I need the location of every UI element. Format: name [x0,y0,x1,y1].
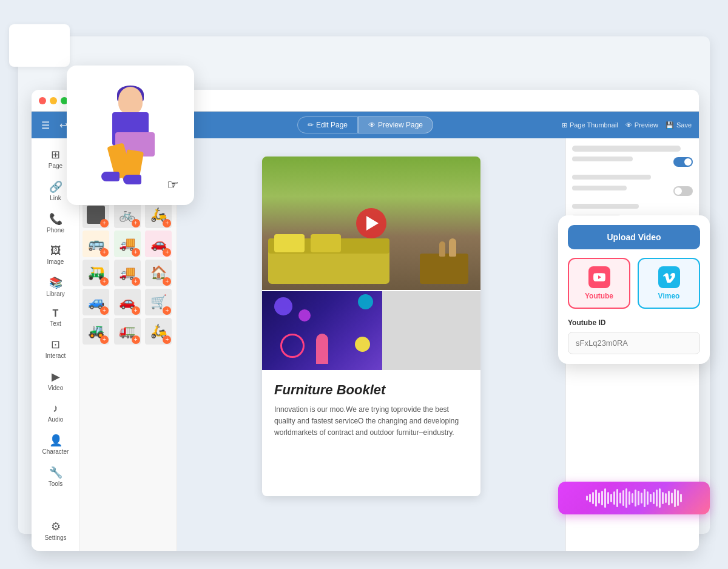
add-asset-btn[interactable]: + [132,306,140,315]
menu-icon[interactable]: ☰ [39,117,52,133]
video-area[interactable] [262,157,480,290]
sidebar-item-video[interactable]: ▶ Video [35,365,76,396]
props-toggle-2[interactable] [673,186,693,196]
secondary-images [262,291,480,370]
traffic-lights [39,97,68,104]
asset-item[interactable]: 🚲 + [114,201,141,228]
asset-item[interactable]: 🛒 + [145,289,172,315]
wave-bar [592,492,594,504]
add-asset-btn[interactable]: + [163,306,171,315]
sidebar-item-tools[interactable]: 🔧 Tools [35,461,76,492]
tools-label: Tools [49,480,62,487]
upload-video-panel: Upload Video Youtube Vimeo Youtube ID [558,215,710,364]
add-asset-btn[interactable]: + [132,248,140,257]
edit-page-tab[interactable]: ✏ Edit Page [297,116,358,133]
asset-item[interactable]: 🚚 + [114,260,141,286]
add-asset-btn[interactable]: + [132,219,140,227]
vimeo-source-button[interactable]: Vimeo [638,258,700,309]
add-asset-btn[interactable]: + [100,219,109,227]
upload-video-button[interactable]: Upload Video [568,225,700,249]
wave-bar [638,491,639,505]
page-thumbnail-label: Page Thumbnail [570,121,618,129]
wave-bar [598,493,600,503]
asset-item[interactable]: 🚗 + [145,231,172,257]
add-asset-btn[interactable]: + [100,248,109,257]
eye-icon: 👁 [625,121,632,129]
tools-icon: 🔧 [49,466,62,479]
page-card: Furniture Booklet Innovation is our moo.… [262,157,480,496]
asset-item[interactable]: 🚙 + [83,289,109,315]
sidebar-item-text[interactable]: T Text [35,303,76,332]
sidebar-item-interact[interactable]: ⊡ Interact [35,333,76,364]
page-label: Page [49,163,62,169]
sidebar-item-settings[interactable]: ⚙ Settings [35,515,76,546]
sidebar-item-character[interactable]: 👤 Character [35,429,76,460]
person-shoe-2 [123,175,141,184]
close-button[interactable] [39,97,46,104]
asset-item[interactable]: 🚗 + [114,289,141,315]
wave-bar [677,490,679,506]
edit-icon: ✏ [308,121,314,129]
asset-item[interactable]: 🚜 + [83,318,109,345]
youtube-source-button[interactable]: Youtube [568,258,630,309]
add-asset-btn[interactable]: + [100,306,109,315]
background-browser-small [9,24,70,67]
page-thumbnail-btn[interactable]: ⊞ Page Thumbnail [562,121,618,129]
asset-item[interactable]: 🛵 + [145,318,172,345]
wave-bar [625,488,627,508]
audio-waveform-panel[interactable] [558,482,710,514]
play-button[interactable] [356,208,386,238]
preview-btn[interactable]: 👁 Preview [625,121,658,129]
audio-icon: ♪ [53,402,58,415]
add-asset-btn[interactable]: + [132,277,140,286]
youtube-id-input[interactable] [568,332,700,354]
wave-bar [586,496,588,500]
add-asset-btn[interactable]: + [100,277,109,286]
wave-bar [622,490,624,506]
thumbnail-icon: ⊞ [562,121,567,129]
props-toggle-1[interactable] [673,157,693,167]
add-asset-btn[interactable]: + [163,248,171,257]
props-bar-3 [572,175,651,180]
dark-image[interactable] [262,291,382,370]
vimeo-icon [658,266,680,288]
asset-item[interactable]: 🛵 + [145,201,172,228]
sidebar-item-library[interactable]: 📚 Library [35,271,76,302]
phone-icon: 📞 [49,212,62,226]
sidebar-item-phone[interactable]: 📞 Phone [35,207,76,238]
asset-item[interactable]: 🏠 + [145,260,172,286]
add-asset-btn[interactable]: + [163,219,171,227]
wave-bar [635,490,636,507]
add-asset-btn[interactable]: + [163,335,171,344]
add-asset-btn[interactable]: + [100,335,109,344]
character-icon: 👤 [49,434,62,447]
add-asset-btn[interactable]: + [163,277,171,286]
sidebar-item-image[interactable]: 🖼 Image [35,240,76,270]
wave-bar [641,493,642,503]
wave-bar [595,490,597,507]
page-card-text: Furniture Booklet Innovation is our moo.… [262,370,480,454]
wave-bar [671,493,673,503]
asset-item[interactable]: 🚌 + [83,231,109,257]
asset-item[interactable]: 🛺 + [83,260,109,286]
person-illustration [88,81,173,190]
asset-item[interactable]: 🚛 + [114,318,141,345]
illustration-card: ☞ [67,66,194,205]
settings-icon: ⚙ [51,520,61,533]
canvas-area: Furniture Booklet Innovation is our moo.… [177,138,565,551]
image-icon: 🖼 [50,244,61,257]
asset-item[interactable]: 🚚 + [114,231,141,257]
wave-bar [674,489,676,507]
save-btn[interactable]: 💾 Save [666,121,692,129]
cursor-icon: ☞ [167,177,179,193]
preview-page-tab[interactable]: 👁 Preview Page [358,116,433,133]
person-shoe-1 [101,172,120,181]
text-icon: T [53,308,59,319]
minimize-button[interactable] [50,97,57,104]
video-label: Video [48,385,63,391]
sidebar-item-audio[interactable]: ♪ Audio [35,397,76,428]
asset-item[interactable]: + [83,201,109,228]
props-row-1 [572,157,693,167]
add-asset-btn[interactable]: + [132,335,140,344]
wave-bar [601,491,603,505]
